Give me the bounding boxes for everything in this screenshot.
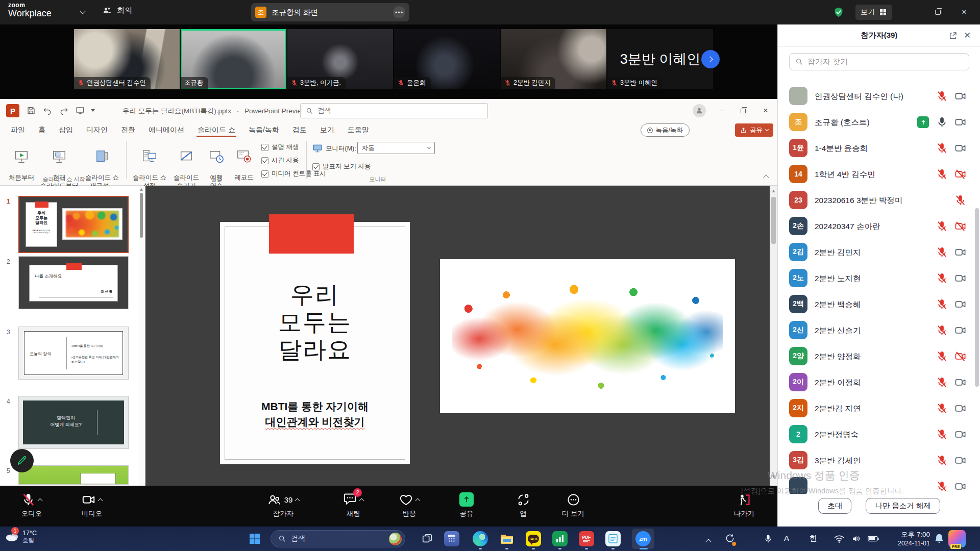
audio-options-chevron[interactable] [38, 498, 43, 503]
ribbon-collapse-button[interactable] [764, 174, 768, 181]
ppt-share-button[interactable]: 공유 [735, 123, 773, 137]
popout-icon[interactable] [948, 31, 958, 40]
menu-tab-animations[interactable]: 애니메이션 [142, 122, 191, 138]
video-tile[interactable]: 3분반, 이기금. [287, 29, 393, 89]
reactions-options-chevron[interactable] [415, 498, 421, 503]
video-tile-active-speaker[interactable]: 조규황 [181, 29, 286, 89]
slide-thumbnail-3[interactable]: 오늘의 강의 •MBTI를 통한 자기이해 •성격유형별 특성 이해 (대인관계… [18, 327, 129, 380]
menu-tab-review[interactable]: 검토 [286, 122, 313, 138]
edge-browser-icon[interactable] [473, 531, 488, 546]
participant-row[interactable]: 2신 2분반 신슬기 [778, 317, 980, 343]
participant-row[interactable]: 2지 2분반김 지연 [778, 395, 980, 421]
kakaotalk-app-icon[interactable]: TALK [526, 531, 541, 546]
ime-korean-indicator[interactable]: 한 [810, 534, 817, 543]
participants-scrollbar[interactable] [975, 208, 979, 387]
mic-tray-icon[interactable] [764, 534, 773, 543]
menu-tab-view[interactable]: 보기 [313, 122, 341, 138]
start-preview-icon[interactable] [76, 106, 85, 115]
menu-tab-file[interactable]: 파일 [4, 122, 32, 138]
video-button[interactable]: 비디오 [76, 491, 108, 518]
ime-latin-indicator[interactable]: A [784, 534, 789, 542]
close-button[interactable]: × [957, 5, 972, 20]
more-button[interactable]: 더 보기 [555, 491, 591, 518]
slide-thumbnail-5[interactable] [18, 465, 129, 485]
save-icon[interactable] [27, 106, 36, 115]
menu-tab-transitions[interactable]: 전환 [114, 122, 142, 138]
volume-icon[interactable] [851, 534, 861, 543]
reactions-button[interactable]: 반응 [394, 491, 425, 518]
slide-thumbnail-1-selected[interactable]: 우리모두는달라요 MBTI를 통한 자기이해대인관계와 비전찾기 [18, 196, 129, 253]
participant-row[interactable]: 23 202320616 3분반 박정미 [778, 187, 980, 213]
weather-widget[interactable]: 1 17°C 흐림 [4, 529, 37, 544]
view-button[interactable]: 보기 [855, 5, 892, 20]
apps-button[interactable]: 앱 [511, 491, 535, 518]
battery-icon[interactable] [868, 536, 879, 542]
participant-row[interactable]: 2김 2분반 김민지 [778, 239, 980, 265]
menu-tab-home[interactable]: 홈 [32, 122, 52, 138]
participants-button[interactable]: 39 참가자 [261, 491, 305, 518]
audio-button[interactable]: 오디오 [15, 491, 48, 518]
participant-row[interactable]: 1윤 1-4분반 윤승희 [778, 135, 980, 161]
taskbar-clock[interactable]: 오후 7:00 2024-11-01 [881, 530, 930, 547]
participant-row-partial[interactable] [778, 473, 980, 494]
unmute-me-button[interactable]: 나만 음소거 해제 [866, 498, 940, 514]
taskbar-search-input[interactable]: 검색 [271, 530, 405, 547]
security-shield-icon[interactable] [833, 6, 844, 18]
menu-tab-record[interactable]: 녹음/녹화 [242, 122, 286, 138]
copilot-icon[interactable]: PRE [948, 530, 966, 547]
chevron-down-icon[interactable] [80, 8, 85, 14]
pdf-app-icon[interactable]: PDF [579, 531, 594, 546]
chat-button[interactable]: 2 채팅 [338, 491, 369, 518]
participant-row[interactable]: 2 2분반정명숙 [778, 421, 980, 447]
video-tile[interactable]: 인권상담센터 김수인 [74, 29, 180, 89]
minimize-button[interactable]: ─ [903, 5, 919, 20]
video-options-chevron[interactable] [98, 498, 103, 503]
menu-tab-help[interactable]: 도움말 [341, 122, 376, 138]
participant-row-host[interactable]: 조 조규황 (호스트) [778, 109, 980, 135]
chat-options-chevron[interactable] [359, 498, 364, 503]
video-tile[interactable]: 2분반 김민지 [501, 29, 606, 89]
invite-button[interactable]: 초대 [818, 498, 851, 514]
participant-row[interactable]: 2백 2분반 백승혜 [778, 291, 980, 317]
spreadsheet-app-icon[interactable] [552, 531, 568, 546]
task-view-button[interactable] [420, 531, 435, 546]
file-explorer-icon[interactable] [499, 531, 514, 546]
more-options-icon[interactable]: ••• [393, 6, 405, 18]
ppt-restore-button[interactable] [736, 103, 751, 118]
tray-expand-chevron[interactable] [706, 537, 710, 546]
record-toggle-button[interactable]: 녹음/녹화 [641, 123, 690, 137]
restore-button[interactable] [930, 5, 945, 20]
menu-tab-design[interactable]: 디자인 [80, 122, 114, 138]
menu-tab-insert[interactable]: 삽입 [52, 122, 80, 138]
redo-icon[interactable] [59, 106, 68, 115]
sync-tray-icon[interactable] [725, 533, 735, 545]
qat-dropdown-icon[interactable] [91, 109, 95, 112]
panel-close-icon[interactable]: ✕ [962, 30, 973, 41]
wifi-icon[interactable] [834, 534, 844, 543]
video-tile-no-video[interactable]: 3분반 이혜인 3분반 이혜인 [607, 29, 713, 89]
participant-row[interactable]: 인권상담센터 김수인 (나) [778, 83, 980, 109]
ppt-search-input[interactable]: 검색 [300, 103, 488, 118]
tab-meeting[interactable]: 회의 [102, 5, 132, 15]
account-icon[interactable] [693, 104, 706, 117]
menu-tab-slideshow-active[interactable]: 슬라이드 쇼 [191, 122, 242, 138]
ppt-minimize-button[interactable]: ─ [713, 103, 728, 118]
canvas-scrollbar[interactable]: ▲ ▼ [770, 186, 777, 486]
checkbox-play-narrations[interactable]: 설명 재생 [261, 143, 299, 152]
undo-icon[interactable] [43, 106, 52, 115]
checkbox-presenter-view[interactable]: 발표자 보기 사용 [312, 162, 371, 171]
share-screen-button[interactable]: 공유 [452, 491, 481, 518]
leave-button[interactable]: 나가기 [729, 491, 760, 518]
notepad-app-icon[interactable] [605, 531, 621, 546]
participant-row[interactable]: 2양 2분반 양정화 [778, 343, 980, 369]
participant-row[interactable]: 14 1학년 4반 김수민 [778, 161, 980, 187]
slide-thumbnail-2[interactable]: 나를 소개해요 조 규 황 [18, 256, 129, 309]
participant-search-input[interactable]: 참가자 찾기 [789, 53, 969, 70]
thumbnail-scrollbar[interactable]: ▲ [139, 186, 144, 486]
checkbox-use-timings[interactable]: 시간 사용 [261, 156, 299, 165]
tab-shared-screen[interactable]: 조 조규황의 화면 ••• [251, 3, 409, 21]
ppt-close-button[interactable]: × [758, 103, 773, 118]
next-page-button[interactable] [701, 50, 720, 68]
calculator-app-icon[interactable] [444, 531, 459, 546]
video-tile[interactable]: 윤은희 [394, 29, 500, 89]
